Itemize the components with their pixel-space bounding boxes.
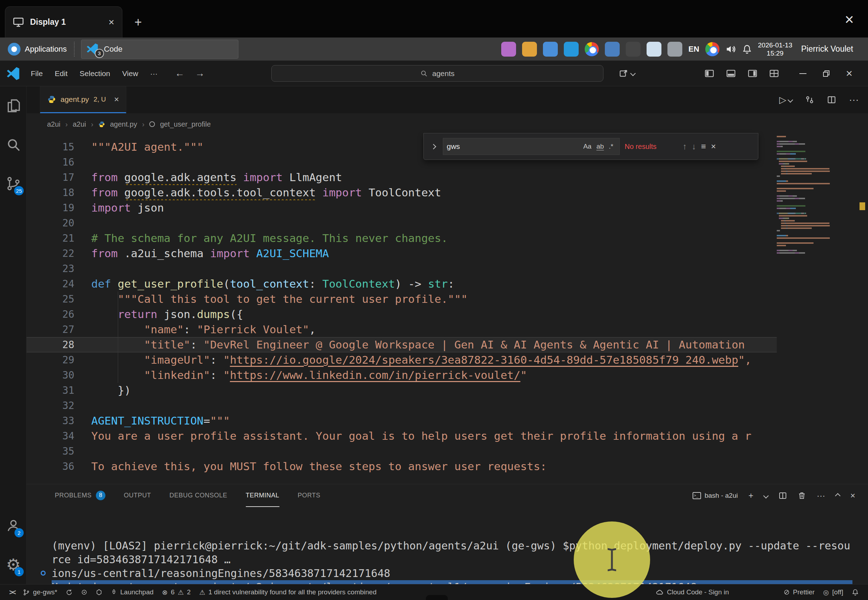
terminal-instance-chip[interactable]: >_ bash - a2ui xyxy=(693,492,738,500)
volume-icon[interactable] xyxy=(726,44,736,55)
menu-selection[interactable]: Selection xyxy=(74,67,115,81)
code-line-32[interactable]: 32 xyxy=(27,398,777,413)
tray-icon-app-magenta[interactable] xyxy=(501,42,516,57)
code-line-22[interactable]: 22from .a2ui_schema import A2UI_SCHEMA xyxy=(27,246,777,261)
display-tab[interactable]: Display 1 × xyxy=(5,6,122,38)
toggle-primary-sidebar-icon[interactable] xyxy=(705,69,714,78)
code-line-23[interactable]: 23 xyxy=(27,261,777,276)
menu-edit[interactable]: Edit xyxy=(50,67,73,81)
clock[interactable]: 2026-01-13 15:29 xyxy=(758,41,792,57)
find-input[interactable] xyxy=(447,142,581,151)
toggle-panel-icon[interactable] xyxy=(726,69,736,78)
toggle-secondary-sidebar-icon[interactable] xyxy=(748,69,757,78)
status-extra-icon-2[interactable] xyxy=(92,585,106,600)
nav-forward-icon[interactable]: → xyxy=(195,68,205,79)
code-line-33[interactable]: 33AGENT_INSTRUCTION=""" xyxy=(27,413,777,429)
find-previous-icon[interactable]: ↑ xyxy=(683,141,687,152)
run-python-file-button[interactable]: ▷ xyxy=(779,94,792,105)
activitybar-explorer-icon[interactable] xyxy=(0,86,27,125)
whole-word-toggle[interactable]: ab xyxy=(594,141,606,152)
keyboard-layout-indicator[interactable]: EN xyxy=(688,45,699,54)
cloud-code-signin-item[interactable]: Cloud Code - Sign in xyxy=(652,585,733,600)
activitybar-accounts-icon[interactable]: 2 xyxy=(0,506,27,545)
minimize-icon[interactable] xyxy=(799,73,806,74)
display-tab-close-icon[interactable]: × xyxy=(109,17,114,28)
tab-close-icon[interactable]: × xyxy=(114,94,119,105)
regex-toggle[interactable]: .* xyxy=(606,141,616,152)
find-next-icon[interactable]: ↓ xyxy=(692,141,696,152)
code-line-34[interactable]: 34You are a user profile assistant. Your… xyxy=(27,429,777,444)
problems-status-item[interactable]: ⊗ 6 ⚠ 2 xyxy=(158,585,195,600)
find-in-selection-icon[interactable]: ≡ xyxy=(701,141,706,152)
tray-icon-tools[interactable] xyxy=(667,42,682,57)
launchpad-item[interactable]: Launchpad xyxy=(106,585,158,600)
command-center-search[interactable]: agents xyxy=(271,65,603,82)
window-close-button[interactable]: × xyxy=(845,11,854,28)
open-changes-icon[interactable] xyxy=(805,95,814,105)
new-terminal-icon[interactable]: + xyxy=(749,491,753,501)
tray-icon-chrome[interactable] xyxy=(585,42,599,56)
remote-indicator[interactable]: >< xyxy=(5,585,19,600)
code-line-31[interactable]: 31 }) xyxy=(27,383,777,398)
vscode-logo-icon[interactable] xyxy=(6,67,20,80)
menu-view[interactable]: View xyxy=(117,67,143,81)
maximize-panel-icon[interactable] xyxy=(835,493,841,498)
activitybar-search-icon[interactable] xyxy=(0,125,27,164)
split-editor-icon[interactable] xyxy=(827,95,836,105)
notifications-bell-icon[interactable] xyxy=(742,44,752,54)
tray-icon-app-amber[interactable] xyxy=(522,42,537,57)
code-line-17[interactable]: 17from google.adk.agents import LlmAgent xyxy=(27,170,777,185)
breadcrumb-item-get_user_profile[interactable]: get_user_profile xyxy=(160,120,210,129)
match-case-toggle[interactable]: Aa xyxy=(581,141,594,152)
code-line-36[interactable]: 36To achieve this, you MUST follow these… xyxy=(27,459,777,474)
prettier-status-item[interactable]: Prettier xyxy=(779,585,819,600)
find-expand-chevron-icon[interactable] xyxy=(429,145,438,148)
panel-tab-output[interactable]: OUTPUT xyxy=(124,484,151,507)
code-line-27[interactable]: 27 "name": "Pierrick Voulet", xyxy=(27,322,777,337)
statusbar-bell-icon[interactable] xyxy=(847,585,863,600)
tray-icon-screenshot[interactable] xyxy=(626,42,641,57)
terminal-profile-chevron-icon[interactable] xyxy=(763,493,769,498)
new-tab-button[interactable]: + xyxy=(135,15,142,30)
split-terminal-icon[interactable] xyxy=(779,491,787,500)
panel-tab-ports[interactable]: PORTS xyxy=(298,484,321,507)
code-line-28[interactable]: 28 "title": "DevRel Engineer @ Google Wo… xyxy=(27,337,777,352)
session-switcher[interactable] xyxy=(619,61,635,86)
panel-more-actions-icon[interactable]: ··· xyxy=(817,491,825,501)
breadcrumb-item-agent-py[interactable]: agent.py xyxy=(110,120,137,129)
code-line-24[interactable]: 24def get_user_profile(tool_context: Too… xyxy=(27,276,777,291)
breadcrumb-item-a2ui[interactable]: a2ui xyxy=(47,120,60,129)
vulnerability-status-item[interactable]: ⚠ 1 direct vulnerability found for all t… xyxy=(195,585,381,600)
taskbar-window-button-code[interactable]: 3 Code xyxy=(81,39,238,59)
screencast-off-item[interactable]: ◎ [off] xyxy=(819,585,847,600)
terminal-area[interactable]: (myenv) [LOAS2] pierrick@pierrick:~/git/… xyxy=(27,507,868,584)
find-close-icon[interactable]: × xyxy=(711,141,716,152)
close-panel-icon[interactable]: × xyxy=(850,491,855,501)
code-line-19[interactable]: 19import json xyxy=(27,200,777,215)
status-extra-icon-1[interactable] xyxy=(77,585,92,600)
code-line-20[interactable]: 20 xyxy=(27,215,777,231)
code-viewport[interactable]: 15"""A2UI agent."""1617from google.adk.a… xyxy=(27,135,777,484)
code-line-30[interactable]: 30 "linkedin": "https://www.linkedin.com… xyxy=(27,368,777,383)
breadcrumb-item-a2ui[interactable]: a2ui xyxy=(73,120,86,129)
panel-tab-debug-console[interactable]: DEBUG CONSOLE xyxy=(169,484,227,507)
more-actions-icon[interactable]: ··· xyxy=(849,94,859,105)
activitybar-settings-icon[interactable]: ⚙ 1 xyxy=(0,545,27,584)
tray-icon-vscode[interactable] xyxy=(564,42,579,57)
git-branch-item[interactable]: ge-gws* xyxy=(19,585,62,600)
close-icon[interactable]: × xyxy=(846,67,853,80)
chrome-icon[interactable] xyxy=(705,42,720,56)
activitybar-source-control-icon[interactable]: 25 xyxy=(0,164,27,203)
code-line-35[interactable]: 35 xyxy=(27,444,777,459)
tray-icon-display[interactable] xyxy=(647,42,661,57)
customize-layout-icon[interactable] xyxy=(769,69,779,78)
panel-tab-terminal[interactable]: TERMINAL xyxy=(246,484,280,507)
menu-more[interactable]: ··· xyxy=(145,67,163,81)
restore-icon[interactable] xyxy=(822,69,830,78)
minimap[interactable] xyxy=(777,135,856,484)
code-line-21[interactable]: 21# The schema for any A2UI message. Thi… xyxy=(27,231,777,246)
menu-file[interactable]: File xyxy=(26,67,48,81)
tray-icon-files[interactable] xyxy=(605,42,620,57)
git-sync-icon[interactable] xyxy=(62,585,77,600)
panel-tab-problems[interactable]: PROBLEMS8 xyxy=(55,484,106,507)
